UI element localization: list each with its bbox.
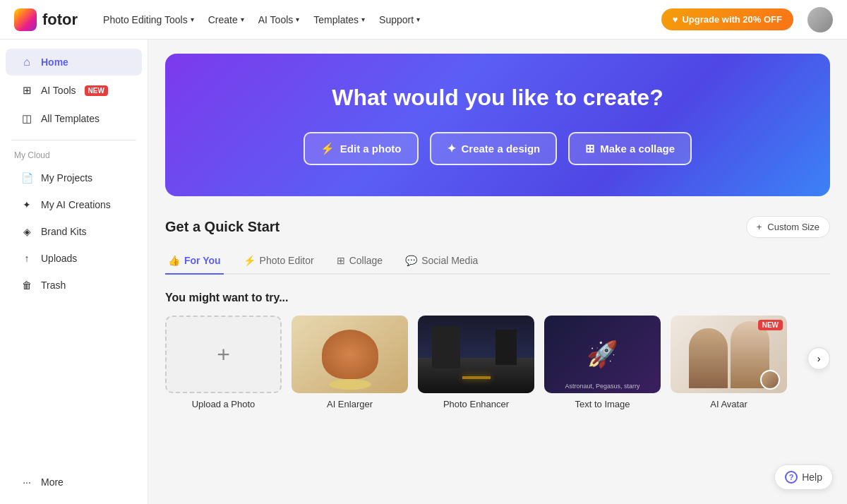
- card-label: AI Avatar: [671, 399, 787, 409]
- star-icon: ✦: [20, 199, 34, 210]
- card-text-to-image[interactable]: Astronaut, Pegasus, starry 🚀 Text to Ima…: [544, 316, 661, 409]
- tabs: 👍 For You ⚡ Photo Editor ⊞ Collage 💬 Soc…: [165, 249, 830, 275]
- tab-photo-editor[interactable]: ⚡ Photo Editor: [241, 249, 317, 275]
- make-collage-icon: ⊞: [585, 142, 594, 155]
- tab-social-media[interactable]: 💬 Social Media: [402, 249, 481, 275]
- logo[interactable]: fotor: [14, 8, 78, 31]
- new-badge: NEW: [85, 85, 108, 96]
- edit-photo-icon: ⚡: [320, 142, 335, 155]
- plus-icon: +: [217, 342, 230, 368]
- card-ai-enlarger-img: [292, 316, 408, 393]
- nav-create[interactable]: Create ▾: [203, 11, 250, 28]
- sidebar-item-uploads[interactable]: ↑ Uploads: [6, 246, 142, 271]
- home-icon: ⌂: [20, 56, 34, 68]
- collage-icon: ⊞: [337, 255, 345, 266]
- photo-editor-icon: ⚡: [244, 255, 256, 266]
- card-photo-enhancer-img: [418, 316, 534, 393]
- hero-buttons: ⚡ Edit a photo ✦ Create a design ⊞ Make …: [188, 132, 807, 165]
- tab-for-you[interactable]: 👍 For You: [165, 249, 224, 275]
- sidebar-item-label: All Templates: [41, 113, 100, 124]
- card-upload-img: +: [165, 316, 282, 393]
- chevron-down-icon: ▾: [296, 16, 299, 23]
- make-collage-button[interactable]: ⊞ Make a collage: [568, 132, 692, 165]
- sidebar-item-all-templates[interactable]: ◫ All Templates: [6, 105, 142, 132]
- card-ai-avatar-img: NEW: [671, 316, 787, 393]
- try-cards-container: + Upload a Photo AI Enlarger: [165, 316, 830, 409]
- sidebar-item-label: My Projects: [41, 172, 92, 184]
- card-ai-enlarger[interactable]: AI Enlarger: [292, 316, 408, 409]
- new-badge: NEW: [758, 320, 783, 330]
- card-text-to-image-img: Astronaut, Pegasus, starry 🚀: [544, 316, 661, 393]
- folder-icon: 📄: [20, 172, 34, 184]
- sidebar-item-more[interactable]: ··· More: [6, 469, 142, 495]
- upgrade-button[interactable]: ♥ Upgrade with 20% OFF: [661, 8, 793, 30]
- layers-icon: ◫: [20, 112, 34, 125]
- help-icon: ?: [785, 471, 798, 484]
- chevron-down-icon: ▾: [416, 16, 420, 23]
- tab-collage[interactable]: ⊞ Collage: [334, 249, 385, 275]
- nav-support[interactable]: Support ▾: [373, 11, 426, 28]
- main-content: What would you like to create? ⚡ Edit a …: [148, 40, 847, 504]
- sidebar-item-my-ai-creations[interactable]: ✦ My AI Creations: [6, 192, 142, 217]
- logo-text: fotor: [42, 11, 78, 29]
- create-design-button[interactable]: ✦ Create a design: [430, 132, 558, 165]
- quick-start-header: Get a Quick Start + Custom Size: [165, 216, 830, 238]
- trash-icon: 🗑: [20, 280, 34, 291]
- card-label: Upload a Photo: [165, 399, 282, 409]
- card-label: Text to Image: [544, 399, 661, 409]
- avatar[interactable]: [807, 7, 833, 32]
- sidebar-item-label: My AI Creations: [41, 199, 111, 210]
- sidebar: ⌂ Home ⊞ AI Tools NEW ◫ All Templates My…: [0, 40, 148, 504]
- edit-photo-button[interactable]: ⚡ Edit a photo: [304, 132, 419, 165]
- next-button[interactable]: ›: [807, 347, 830, 370]
- logo-icon: [14, 8, 37, 31]
- sidebar-item-my-projects[interactable]: 📄 My Projects: [6, 165, 142, 191]
- chevron-down-icon: ▾: [241, 16, 244, 23]
- chevron-down-icon: ▾: [361, 16, 365, 23]
- sidebar-item-home[interactable]: ⌂ Home: [6, 49, 142, 76]
- header: fotor Photo Editing Tools ▾ Create ▾ AI …: [0, 0, 847, 40]
- card-label: AI Enlarger: [292, 399, 408, 409]
- sidebar-item-label: More: [41, 476, 64, 488]
- try-title: You might want to try...: [165, 292, 830, 304]
- sidebar-item-brand-kits[interactable]: ◈ Brand Kits: [6, 219, 142, 244]
- sidebar-item-label: AI Tools: [41, 85, 76, 96]
- hero-title: What would you like to create?: [188, 85, 807, 111]
- card-photo-enhancer[interactable]: Photo Enhancer: [418, 316, 534, 409]
- brand-icon: ◈: [20, 226, 34, 237]
- nav-ai-tools[interactable]: AI Tools ▾: [253, 11, 306, 28]
- sidebar-divider: [11, 140, 136, 140]
- nav-photo-editing[interactable]: Photo Editing Tools ▾: [97, 11, 200, 28]
- plus-icon: +: [757, 222, 762, 232]
- upload-icon: ↑: [20, 253, 34, 264]
- quick-start-title: Get a Quick Start: [165, 219, 280, 235]
- quick-start-section: Get a Quick Start + Custom Size 👍 For Yo…: [165, 216, 830, 409]
- card-label: Photo Enhancer: [418, 399, 534, 409]
- sidebar-item-label: Brand Kits: [41, 226, 87, 237]
- chevron-down-icon: ▾: [191, 16, 194, 23]
- create-design-icon: ✦: [447, 142, 456, 155]
- card-ai-avatar[interactable]: NEW AI Avatar: [671, 316, 787, 409]
- grid-icon: ⊞: [20, 84, 34, 97]
- custom-size-button[interactable]: + Custom Size: [746, 216, 830, 238]
- my-cloud-label: My Cloud: [0, 148, 148, 164]
- main-nav: Photo Editing Tools ▾ Create ▾ AI Tools …: [97, 11, 426, 28]
- sidebar-item-label: Uploads: [41, 253, 77, 264]
- heart-icon: ♥: [673, 14, 678, 25]
- card-upload-photo[interactable]: + Upload a Photo: [165, 316, 282, 409]
- hero-banner: What would you like to create? ⚡ Edit a …: [165, 54, 830, 196]
- sidebar-item-trash[interactable]: 🗑 Trash: [6, 272, 142, 298]
- sidebar-item-ai-tools[interactable]: ⊞ AI Tools NEW: [6, 77, 142, 104]
- nav-templates[interactable]: Templates ▾: [308, 11, 371, 28]
- sidebar-item-label: Home: [41, 56, 68, 68]
- thumb-up-icon: 👍: [168, 255, 180, 266]
- help-button[interactable]: ? Help: [774, 464, 833, 490]
- sidebar-item-label: Trash: [41, 280, 66, 291]
- social-media-icon: 💬: [405, 255, 417, 266]
- more-icon: ···: [20, 476, 34, 488]
